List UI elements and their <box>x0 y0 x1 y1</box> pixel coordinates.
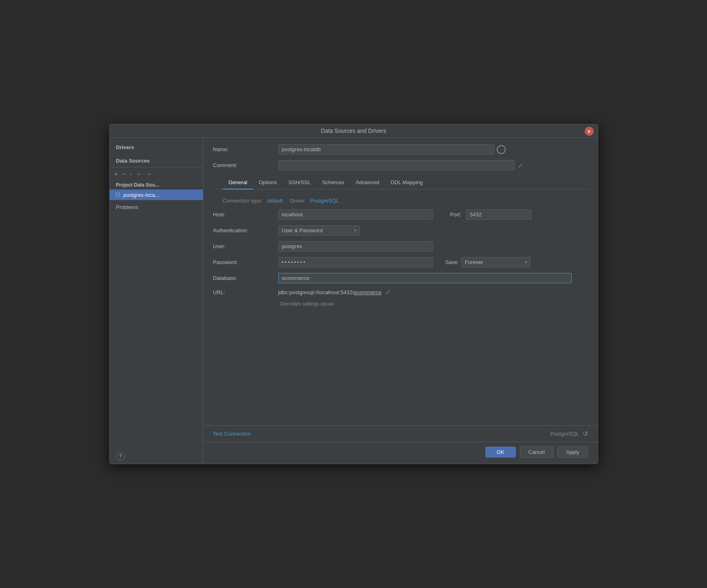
remove-datasource-button[interactable]: − <box>120 170 127 178</box>
tab-ddl-mapping[interactable]: DDL Mapping <box>385 176 429 189</box>
sidebar-data-sources-title: Data Sources <box>110 153 203 166</box>
sidebar-drivers-title: Drivers <box>110 138 203 153</box>
auth-row: Authentication: User & Password No auth … <box>213 225 588 236</box>
dialog-body: Drivers Data Sources + − ·· ← → Project … <box>110 138 598 464</box>
driver-label: Driver: <box>290 198 306 204</box>
driver-name-label: PostgreSQL <box>551 431 579 437</box>
name-row: Name: <box>213 144 588 154</box>
comment-row: Comment: ⤢ <box>213 160 588 170</box>
svg-point-0 <box>116 193 120 195</box>
url-row: URL: jdbc:postgresql://localhost:5432/ec… <box>213 289 588 295</box>
apply-button[interactable]: Apply <box>557 446 588 458</box>
port-label: Port: <box>450 211 461 218</box>
postgres-db-icon <box>115 192 121 198</box>
save-select-wrapper: Forever For session Never ▾ <box>461 257 531 267</box>
tab-options[interactable]: Options <box>253 176 283 189</box>
url-value: jdbc:postgresql://localhost:5432/ecommer… <box>278 289 382 295</box>
overrides-text: Overrides settings above <box>280 301 588 307</box>
name-input[interactable] <box>278 144 494 154</box>
name-row-right <box>278 144 506 154</box>
close-button[interactable]: × <box>585 127 594 136</box>
tabs-bar: General Options SSH/SSL Schemas Advanced <box>213 176 588 189</box>
sidebar-problems: Problems <box>110 200 203 214</box>
tab-advanced[interactable]: Advanced <box>350 176 385 189</box>
driver-value[interactable]: PostgreSQL <box>310 198 339 204</box>
add-datasource-button[interactable]: + <box>113 170 119 178</box>
connection-type-value[interactable]: default <box>267 198 283 204</box>
host-label: Host: <box>213 211 278 218</box>
connection-type-label: Connection type: <box>223 198 263 204</box>
url-label: URL: <box>213 289 278 295</box>
url-expand-button[interactable]: ⤢ <box>385 289 390 295</box>
port-input[interactable] <box>466 209 531 220</box>
cancel-button[interactable]: Cancel <box>520 446 553 458</box>
comment-input[interactable] <box>278 160 515 170</box>
password-input[interactable] <box>278 257 433 267</box>
tab-schemas[interactable]: Schemas <box>316 176 350 189</box>
url-value-container: jdbc:postgresql://localhost:5432/ecommer… <box>278 289 588 295</box>
save-label: Save: <box>445 259 459 265</box>
main-content: Name: Comment: ⤢ <box>203 138 598 464</box>
project-label: Project Data Sou... <box>110 180 203 189</box>
tab-ssh-ssl[interactable]: SSH/SSL <box>283 176 317 189</box>
ok-button[interactable]: OK <box>485 447 516 458</box>
refresh-icon[interactable]: ↺ <box>583 430 588 438</box>
test-connection-button[interactable]: Test Connection <box>213 431 251 437</box>
data-sources-dialog: Data Sources and Drivers × Drivers Data … <box>109 124 598 464</box>
user-row: User: <box>213 241 588 251</box>
dialog-title: Data Sources and Drivers <box>321 128 386 134</box>
sidebar: Drivers Data Sources + − ·· ← → Project … <box>110 138 203 464</box>
password-label: Password: <box>213 259 278 265</box>
host-port-row: Host: Port: <box>213 209 588 220</box>
connection-type-row: Connection type: default Driver: Postgre… <box>213 195 588 209</box>
database-row: Database: <box>213 273 588 283</box>
dialog-titlebar: Data Sources and Drivers × <box>110 124 598 138</box>
comment-label: Comment: <box>213 162 278 168</box>
save-select[interactable]: Forever For session Never <box>461 257 531 267</box>
database-input[interactable] <box>278 273 572 283</box>
name-label: Name: <box>213 146 278 152</box>
form-area: Name: Comment: ⤢ <box>203 138 598 425</box>
comment-expand-button[interactable]: ⤢ <box>518 162 523 169</box>
test-connection-right: PostgreSQL ↺ <box>551 430 588 438</box>
host-input[interactable] <box>278 209 433 220</box>
sidebar-item-label: postgres-loca... <box>123 192 160 198</box>
auth-select-wrapper: User & Password No auth pgpass SSL Certi… <box>278 225 360 236</box>
help-area: ? <box>110 448 203 464</box>
footer: OK Cancel Apply <box>203 442 598 464</box>
sidebar-toolbar: + − ·· ← → <box>110 168 203 180</box>
auth-label: Authentication: <box>213 227 278 233</box>
password-row: Password: Save: Forever For session Neve… <box>213 257 588 267</box>
database-label: Database: <box>213 275 278 281</box>
user-input[interactable] <box>278 241 433 251</box>
port-row-container: Port: <box>278 209 531 220</box>
sidebar-item-postgres[interactable]: postgres-loca... <box>110 189 203 200</box>
help-button[interactable]: ? <box>116 451 125 460</box>
back-button[interactable]: ← <box>135 170 144 178</box>
auth-select[interactable]: User & Password No auth pgpass SSL Certi… <box>278 225 360 236</box>
forward-button[interactable]: → <box>145 170 154 178</box>
bottom-bar: Test Connection PostgreSQL ↺ <box>203 425 598 442</box>
sidebar-divider-1 <box>110 167 203 167</box>
tab-general[interactable]: General <box>223 176 253 189</box>
name-circle-button[interactable] <box>497 145 506 154</box>
more-options-button[interactable]: ·· <box>128 170 134 178</box>
user-label: User: <box>213 243 278 249</box>
